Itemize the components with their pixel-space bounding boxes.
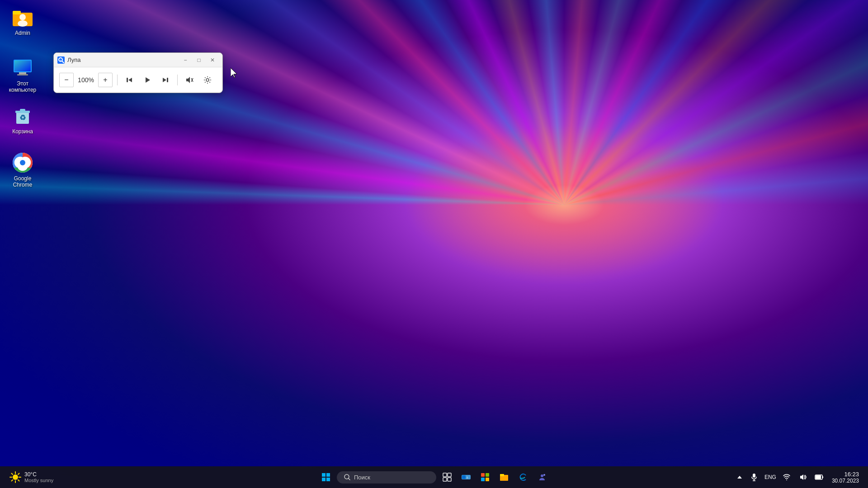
svg-line-37 [18,474,19,475]
this-pc-label: Этот компьютер [6,80,39,94]
search-placeholder: Поиск [354,474,370,481]
weather-widget[interactable]: 30°C Mostly sunny [5,469,57,485]
svg-rect-61 [753,474,755,478]
magnifier-titlebar: + Лупа − □ ✕ [54,53,222,67]
edge-button[interactable] [514,468,532,486]
clock-widget[interactable]: 16:23 30.07.2023 [828,469,863,486]
svg-point-64 [786,479,787,480]
magnifier-title-buttons: − □ ✕ [179,55,219,65]
taskbar-center: Поиск ≡ [317,468,551,486]
separator-2 [177,75,178,85]
svg-rect-54 [481,478,485,481]
svg-point-2 [19,14,26,20]
svg-rect-47 [443,478,447,481]
svg-point-59 [543,474,545,476]
svg-marker-25 [186,77,190,83]
svg-line-36 [18,480,19,481]
separator-1 [117,75,118,85]
zoom-level: 100% [77,76,94,84]
svg-rect-46 [448,473,451,477]
magnifier-close-button[interactable]: ✕ [206,55,219,65]
magnifier-title: Лупа [67,56,80,63]
svg-rect-55 [486,478,489,481]
svg-point-28 [206,79,209,81]
svg-line-44 [349,479,350,480]
show-hidden-icons-button[interactable] [734,468,745,486]
svg-rect-23 [167,78,168,82]
desktop-icon-recycle-bin[interactable]: ♻ Корзина [5,103,41,136]
svg-rect-20 [127,78,128,82]
svg-point-3 [18,20,28,27]
taskbar-right: ENG [734,468,868,486]
network-icon[interactable] [779,468,794,486]
svg-marker-24 [163,78,166,82]
magnifier-title-left: + Лупа [57,56,80,64]
svg-rect-53 [486,473,489,477]
computer-icon [12,57,33,79]
sound-button[interactable] [182,73,197,87]
svg-rect-68 [822,476,823,478]
zoom-in-button[interactable]: + [98,73,113,87]
admin-icon [12,6,33,28]
magnifier-minimize-button[interactable]: − [179,55,192,65]
svg-point-58 [541,474,543,477]
desktop-icon-google-chrome[interactable]: Google Chrome [5,150,41,190]
svg-rect-57 [500,474,504,476]
next-button[interactable] [158,73,173,87]
svg-text:♻: ♻ [19,114,26,122]
magnifier-maximize-button[interactable]: □ [193,55,205,65]
weather-icon [9,471,22,483]
search-icon [344,474,350,480]
svg-rect-48 [448,478,451,481]
svg-rect-7 [17,74,28,75]
svg-rect-8 [14,61,31,71]
svg-marker-60 [737,476,742,479]
battery-icon[interactable] [812,468,826,486]
svg-line-38 [12,480,13,481]
mouse-cursor [231,68,240,77]
recycle-bin-icon: ♻ [12,105,33,127]
clock-date: 30.07.2023 [832,478,859,484]
teams-button[interactable] [533,468,551,486]
task-view-button[interactable] [438,468,456,486]
weather-temp: 30°C [24,471,53,478]
svg-rect-41 [322,478,326,481]
svg-rect-6 [19,72,26,74]
svg-rect-1 [13,11,21,14]
clock-time: 16:23 [844,471,859,478]
admin-label: Admin [15,30,30,36]
magnifier-app-icon: + [57,56,65,64]
settings-button[interactable] [200,73,215,87]
svg-rect-40 [326,473,330,477]
desktop: Admin Этот компьютер [0,0,868,466]
desktop-icon-admin[interactable]: Admin [5,5,41,38]
weather-desc: Mostly sunny [24,478,53,483]
start-button[interactable] [317,468,335,486]
play-button[interactable] [140,73,155,87]
search-bar[interactable]: Поиск [337,471,436,483]
svg-text:≡: ≡ [467,476,468,479]
language-indicator[interactable]: ENG [763,468,778,486]
zoom-out-button[interactable]: − [59,73,74,87]
svg-rect-50 [462,475,466,479]
prev-button[interactable] [122,73,137,87]
svg-marker-65 [800,474,803,480]
widgets-button[interactable]: ≡ [457,468,475,486]
taskbar: 30°C Mostly sunny Поиск [0,466,868,488]
svg-rect-11 [20,109,25,111]
svg-rect-67 [816,475,821,479]
svg-rect-42 [326,478,330,481]
svg-point-30 [13,474,18,480]
volume-icon[interactable] [796,468,810,486]
weather-text: 30°C Mostly sunny [24,471,53,483]
svg-text:+: + [60,59,61,61]
magnifier-body: − 100% + [54,67,222,93]
svg-marker-29 [231,68,237,78]
file-explorer-button[interactable] [495,468,513,486]
store-button[interactable] [476,468,494,486]
taskbar-icons: ≡ [438,468,551,486]
microphone-icon[interactable] [747,468,761,486]
desktop-icon-this-pc[interactable]: Этот компьютер [5,55,41,95]
svg-marker-22 [146,77,150,83]
svg-line-35 [12,474,13,475]
